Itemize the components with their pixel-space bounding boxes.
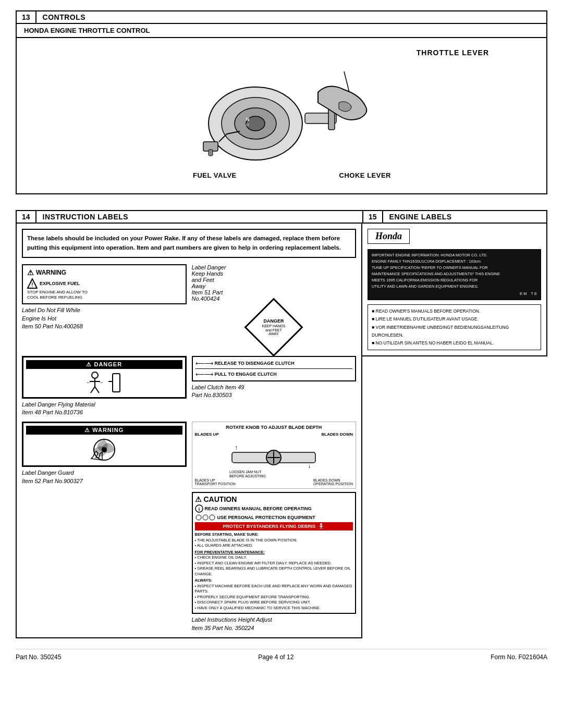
blade-depth-box: ROTATE KNOB TO ADJUST BLADE DEPTH BLADES… (192, 422, 357, 489)
svg-point-37 (203, 515, 208, 520)
danger-flying-icons: ← → (26, 371, 182, 394)
section-13-number: 13 (17, 11, 36, 23)
caution-item-6: • INSPECT MACHINE BEFORE EACH USE AND RE… (195, 584, 353, 595)
svg-line-43 (321, 528, 323, 529)
section-15: 15 Engine Labels Honda IMPORTANT ENGINE … (362, 210, 547, 638)
section-13-header: 13 Controls (16, 10, 547, 24)
svg-text:BEFORE ADJUSTING: BEFORE ADJUSTING (229, 474, 266, 478)
section-14-number: 14 (17, 211, 36, 223)
caution-before-starting: BEFORE STARTING, MAKE SURE: (195, 532, 353, 538)
section-14: 14 Instruction Labels These labels shoul… (16, 210, 362, 638)
section-15-content: Honda IMPORTANT ENGINE INFORMATION: HOND… (362, 224, 547, 356)
section-14-content: These labels should be included on your … (16, 224, 362, 638)
clutch-engage-text: PULL TO ENGAGE CLUTCH (215, 372, 277, 377)
danger-diamond-sub: KEEP HANDSand FEETAWAY (262, 324, 286, 336)
bottom-sections: 14 Instruction Labels These labels shoul… (16, 210, 547, 638)
footer-part-no: Part No. 350245 (16, 653, 61, 661)
caution-instructions-box: ⚠ CAUTION i READ OWNERS MANUAL BEFORE OP… (192, 492, 357, 614)
page-footer: Part No. 350245 Page 4 of 12 Form No. F0… (16, 649, 547, 661)
label-instructions-caption: Label Instructions Height AdjustItem 35 … (192, 616, 357, 632)
section-13-title: Controls (36, 11, 92, 23)
blade-positions-bottom: BLADES UPTRANSPORT POSITION BLADES DOWNO… (195, 478, 353, 486)
svg-line-18 (91, 387, 95, 393)
svg-text:→: → (99, 379, 104, 385)
explosive-fuel-body: STOP ENGINE AND ALLOW TOCOOL BEFORE REFU… (27, 290, 181, 301)
engine-info-box: IMPORTANT ENGINE INFORMATION: HONDA MOTO… (368, 249, 541, 300)
engine-info-line5: MEETS 1995 CALIFORNIA EMISSION REGULATIO… (372, 277, 537, 283)
section-15-number: 15 (363, 211, 383, 223)
danger-flying-caption: Label Danger Flying MaterialItem 48 Part… (22, 401, 187, 417)
engine-badge-te: T E (531, 291, 537, 297)
multilang-line-1: ■ READ OWNER'S MANUALS BEFORE OPERATION. (372, 307, 537, 315)
section-15-title: Engine Labels (383, 211, 458, 223)
footer-page: Page 4 of 12 (258, 653, 293, 661)
warning-guard-title: ⚠ WARNING (26, 426, 182, 435)
engine-badge-em: E M (520, 291, 527, 297)
blade-positions-labels: BLADES UP BLADES DOWN (195, 432, 353, 437)
svg-text:↓: ↓ (308, 462, 311, 470)
caution-item-4: • INSPECT AND CLEAN ENGINE AIR FILTER DA… (195, 561, 353, 566)
caution-read-owners: i READ OWNERS MANUAL BEFORE OPERATING (195, 504, 353, 513)
fuel-valve-label: FUEL VALVE (193, 171, 237, 179)
svg-point-38 (210, 515, 215, 520)
svg-point-15 (92, 372, 98, 378)
choke-lever-label: CHOKE LEVER (339, 171, 391, 179)
svg-point-25 (102, 447, 107, 452)
caution-item-3: • CHECK ENGINE OIL DAILY. (195, 555, 353, 561)
caution-title-text: CAUTION (204, 495, 237, 503)
multilang-line-2: ■ LIRE LE MANUEL D'UTILISATEUR AVANT USA… (372, 315, 537, 323)
honda-badge: Honda (368, 229, 410, 244)
danger-flying-title: ⚠ DANGER (26, 360, 182, 369)
labels-row-1: ⚠ WARNING ! EXPLOSIVE FUEL STOP ENGINE A… (22, 264, 356, 351)
blade-depth-svg: ↑ ↓ LOOSEN JAM NUT BEFORE ADJUSTING (195, 437, 353, 478)
label-warning-explosive: ⚠ WARNING ! EXPLOSIVE FUEL STOP ENGINE A… (22, 264, 187, 351)
svg-text:O: O (246, 123, 249, 127)
section-14-title: Instruction Labels (36, 211, 135, 223)
danger-diamond-container: DANGER KEEP HANDSand FEETAWAY (250, 304, 297, 351)
clutch-caption: Label Clutch Item 49Part No.830503 (192, 384, 357, 400)
caution-item-9: • HAVE ONLY A QUALIFIED MECHANIC TO SERV… (195, 606, 353, 611)
warning-title-explosive: ⚠ WARNING (27, 268, 181, 277)
svg-text:N: N (246, 117, 250, 122)
clutch-arrows-icon: ⟵⟶ (195, 360, 213, 367)
caution-use-personal: USE PERSONAL PROTECTION EQUIPMENT (195, 514, 353, 521)
engine-info-line4: MAINTENANCE SPECIFICATIONS AND ADJUSTMEN… (372, 271, 537, 277)
caution-item-1: • THE ADJUSTABLE BLADE IS IN THE DOWN PO… (195, 538, 353, 544)
section-14-intro: These labels should be included on your … (22, 229, 356, 258)
svg-text:LOOSEN JAM NUT: LOOSEN JAM NUT (229, 470, 262, 474)
label-clutch: ⟵⟶ RELEASE TO DISENGAGE CLUTCH ⟵⟶ PULL T… (192, 356, 357, 417)
svg-line-42 (320, 528, 321, 529)
section-14-header: 14 Instruction Labels (16, 210, 362, 224)
caution-item-7: • PROPERLY SECURE EQUIPMENT BEFORE TRANS… (195, 595, 353, 600)
engine-info-line6: UTILITY AND LAWN AND GARDEN EQUIPMENT EN… (372, 283, 537, 290)
blade-depth-title: ROTATE KNOB TO ADJUST BLADE DEPTH (195, 425, 353, 430)
svg-rect-22 (113, 374, 120, 392)
blades-down-label: BLADES DOWN (322, 432, 353, 437)
svg-text:↑: ↑ (235, 444, 238, 451)
labels-row-2: ⚠ DANGER ← → (22, 356, 356, 417)
engine-badges: E M T E (372, 291, 537, 297)
footer-form-no: Form No. F021604A (491, 653, 547, 661)
clutch-release-row: ⟵⟶ RELEASE TO DISENGAGE CLUTCH (195, 360, 353, 369)
caution-triangle-icon: ⚠ (195, 495, 202, 503)
svg-text:←: ← (86, 379, 91, 385)
engine-info-line1: IMPORTANT ENGINE INFORMATION: HONDA MOTO… (372, 252, 537, 258)
warning-box-explosive: ⚠ WARNING ! EXPLOSIVE FUEL STOP ENGINE A… (22, 264, 187, 305)
danger-hands-caption-top: Label DangerKeep Handsand FeetAwayItem 5… (192, 264, 357, 302)
danger-diamond-inner: DANGER KEEP HANDSand FEETAWAY (262, 318, 286, 336)
warning-guard-box: ⚠ WARNING (22, 422, 187, 467)
svg-point-39 (320, 523, 322, 525)
svg-rect-5 (209, 150, 213, 156)
label-danger-hands: Label DangerKeep Handsand FeetAwayItem 5… (192, 264, 357, 351)
label-danger-flying: ⚠ DANGER ← → (22, 356, 187, 417)
label-instructions-height: ROTATE KNOB TO ADJUST BLADE DEPTH BLADES… (192, 422, 357, 632)
throttle-bottom-labels: FUEL VALVE CHOKE LEVER (151, 171, 412, 179)
caution-always: ALWAYS: (195, 578, 353, 584)
engine-info-line2: ENGINE FAMILY THN1630U1C1RA DISPLACEMENT… (372, 258, 537, 265)
svg-point-36 (196, 515, 201, 520)
section-13: 13 Controls Honda Engine Throttle Contro… (16, 10, 547, 194)
svg-text:i: i (198, 507, 200, 512)
warning-guard-icons (26, 437, 182, 463)
warning-guard-caption: Label Danger GuardItem 52 Part No.900327 (22, 469, 187, 485)
caution-protect-bystanders: PROTECT BYSTANDERS FLYING DEBRIS (195, 522, 353, 530)
